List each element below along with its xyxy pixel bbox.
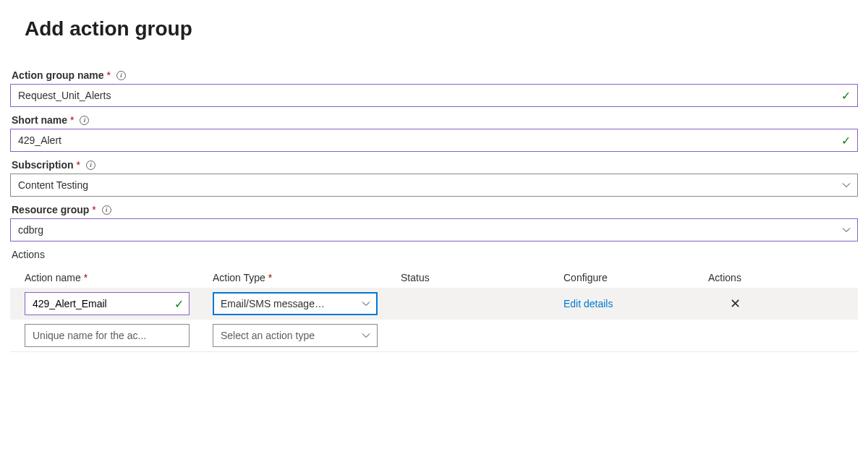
col-actions: Actions: [708, 272, 843, 283]
info-icon[interactable]: i: [86, 161, 95, 170]
label-action-group-name: Action group name * i: [10, 69, 858, 84]
label-resource-group: Resource group * i: [10, 204, 858, 218]
action-type-dropdown[interactable]: Email/SMS message…: [213, 292, 378, 315]
col-action-type: Action Type *: [213, 272, 401, 283]
required-star: *: [107, 69, 111, 81]
info-icon[interactable]: i: [102, 205, 111, 215]
table-header-row: Action name * Action Type * Status Confi…: [10, 268, 858, 288]
required-star: *: [77, 159, 80, 171]
label-subscription: Subscription * i: [10, 159, 858, 174]
col-action-name: Action name *: [25, 272, 213, 283]
action-type-dropdown[interactable]: Select an action type: [213, 324, 378, 347]
required-star: *: [84, 272, 88, 283]
col-status: Status: [401, 272, 563, 283]
short-name-input[interactable]: [10, 129, 858, 152]
edit-details-link[interactable]: Edit details: [563, 298, 613, 309]
resource-group-dropdown[interactable]: cdbrg: [10, 218, 858, 241]
required-star: *: [92, 204, 95, 215]
table-row: ✓ Email/SMS message… Edit details ✕: [10, 288, 858, 320]
required-star: *: [268, 272, 272, 283]
info-icon[interactable]: i: [116, 71, 126, 80]
actions-table: Action name * Action Type * Status Confi…: [10, 268, 858, 351]
action-name-input[interactable]: [25, 324, 190, 347]
page-title: Add action group: [25, 17, 858, 40]
info-icon[interactable]: i: [80, 116, 89, 125]
divider: [10, 351, 858, 352]
label-short-name: Short name * i: [10, 114, 858, 129]
subscription-dropdown[interactable]: Content Testing: [10, 174, 858, 197]
delete-row-button[interactable]: ✕: [730, 296, 741, 311]
action-name-input[interactable]: [25, 292, 190, 315]
col-configure: Configure: [563, 272, 708, 283]
required-star: *: [70, 114, 74, 126]
actions-section-header: Actions: [12, 249, 858, 260]
table-row: Select an action type: [10, 320, 858, 351]
action-group-name-input[interactable]: [10, 84, 858, 107]
